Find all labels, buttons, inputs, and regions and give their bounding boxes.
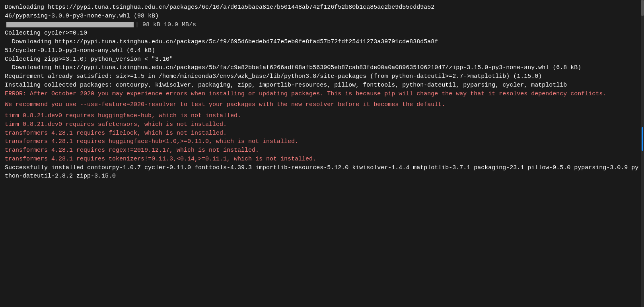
- terminal-line: Installing collected packages: contourpy…: [5, 81, 639, 90]
- terminal-warning-line-7: transformers 4.28.1 requires tokenizers!…: [5, 155, 639, 164]
- terminal-line: Collecting cycler>=0.10: [5, 29, 639, 38]
- terminal-warning-line-6: transformers 4.28.1 requires regex!=2019…: [5, 146, 639, 155]
- terminal: Downloading https://pypi.tuna.tsinghua.e…: [0, 0, 644, 307]
- progress-bar-line: | 98 kB 10.9 MB/s: [5, 21, 639, 29]
- terminal-line: 51/cycler-0.11.0-py3-none-any.whl (6.4 k…: [5, 46, 639, 55]
- terminal-warning-line-2: timm 0.8.21.dev0 requires huggingface-hu…: [5, 112, 639, 120]
- scrollbar-thumb-mid[interactable]: [642, 127, 643, 151]
- terminal-line: 46/pyparsing-3.0.9-py3-none-any.whl (98 …: [5, 12, 639, 21]
- terminal-line: Requirement already satisfied: six>=1.5 …: [5, 72, 639, 81]
- terminal-line: Downloading https://pypi.tuna.tsinghua.e…: [5, 64, 639, 72]
- terminal-line: Downloading https://pypi.tuna.tsinghua.e…: [5, 3, 639, 12]
- terminal-line: Collecting zipp>=3.1.0; python_version <…: [5, 55, 639, 64]
- terminal-success-line: Successfully installed contourpy-1.0.7 c…: [5, 164, 639, 181]
- terminal-warning-line-3: timm 0.8.21.dev0 requires safetensors, w…: [5, 120, 639, 129]
- terminal-warning-line: We recommend you use --use-feature=2020-…: [5, 100, 639, 109]
- terminal-warning-line-4: transformers 4.28.1 requires filelock, w…: [5, 129, 639, 138]
- terminal-warning-line-5: transformers 4.28.1 requires huggingface…: [5, 137, 639, 146]
- scrollbar-thumb-top: [641, 0, 644, 16]
- terminal-line: Downloading https://pypi.tuna.tsinghua.e…: [5, 38, 639, 46]
- progress-bar-label: | 98 kB 10.9 MB/s: [135, 21, 196, 29]
- scrollbar[interactable]: [641, 0, 644, 307]
- terminal-error-line: ERROR: After October 2020 you may experi…: [5, 90, 639, 98]
- progress-bar: [6, 22, 134, 27]
